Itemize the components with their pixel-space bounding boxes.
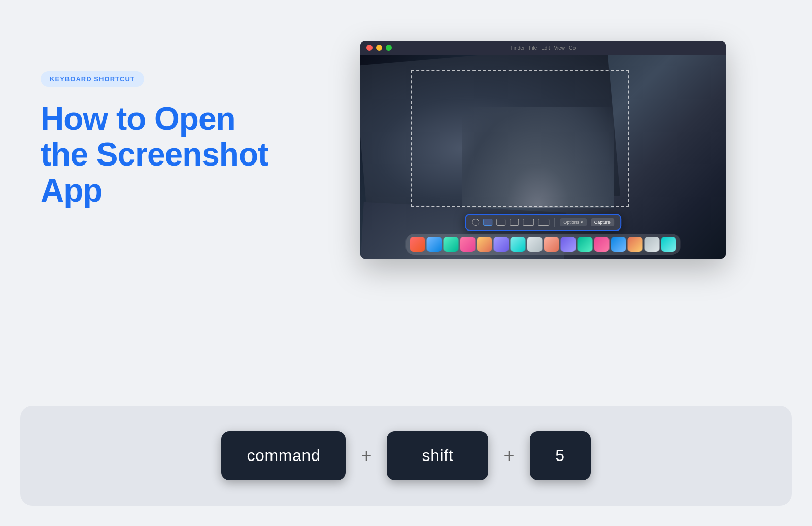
minimize-button-icon <box>376 45 382 51</box>
toolbar-separator <box>554 218 555 227</box>
capture-button[interactable]: Capture <box>591 218 614 226</box>
desktop-area: Options ▾ Capture <box>360 55 726 259</box>
top-section: KEYBOARD SHORTCUT How to Open the Screen… <box>0 0 812 406</box>
dock-icon-12 <box>594 237 610 252</box>
titlebar-menu-item4: View <box>554 45 565 51</box>
maximize-button-icon <box>386 45 392 51</box>
toolbar-icon-circle <box>472 219 479 226</box>
plus-sign-2: + <box>503 445 514 467</box>
dock-icon-3 <box>444 237 459 252</box>
dock-icon-13 <box>611 237 626 252</box>
dock-icon-7 <box>511 237 526 252</box>
title-line2: the Screenshot <box>41 136 268 173</box>
dock-icon-15 <box>645 237 660 252</box>
toolbar-icon-selection <box>510 219 519 226</box>
toolbar-icon-video <box>523 219 534 226</box>
toolbar-icon-fullscreen <box>483 219 492 226</box>
command-key: command <box>221 431 346 480</box>
dock-icon-4 <box>460 237 476 252</box>
shortcut-section: command + shift + 5 <box>20 406 792 506</box>
dock <box>406 234 681 255</box>
dock-icon-8 <box>527 237 543 252</box>
dock-icon-6 <box>494 237 509 252</box>
dock-icon-14 <box>628 237 643 252</box>
titlebar-menu-item3: Edit <box>541 45 550 51</box>
dock-icon-16 <box>661 237 676 252</box>
plus-sign-1: + <box>361 445 371 467</box>
title-line1: How to Open <box>41 101 235 137</box>
titlebar-menu-item: Finder <box>511 45 525 51</box>
shift-key: shift <box>387 431 488 480</box>
dock-icon-1 <box>410 237 425 252</box>
main-title: How to Open the Screenshot App <box>41 101 284 208</box>
close-button-icon <box>366 45 373 51</box>
options-button[interactable]: Options ▾ <box>560 218 587 226</box>
right-panel: Finder File Edit View Go <box>315 41 771 259</box>
left-panel: KEYBOARD SHORTCUT How to Open the Screen… <box>41 41 284 208</box>
dock-icon-10 <box>561 237 576 252</box>
selection-rectangle <box>411 70 629 207</box>
titlebar-menu-item5: Go <box>569 45 576 51</box>
dock-icon-11 <box>578 237 593 252</box>
titlebar-menu-item2: File <box>529 45 537 51</box>
badge-label: KEYBOARD SHORTCUT <box>41 71 144 87</box>
titlebar-center: Finder File Edit View Go <box>511 45 576 51</box>
title-line3: App <box>41 172 102 209</box>
dock-icon-9 <box>544 237 559 252</box>
number-5-key: 5 <box>530 431 591 480</box>
toolbar-icon-video2 <box>538 219 549 226</box>
screenshot-preview: Finder File Edit View Go <box>360 41 726 259</box>
mac-titlebar: Finder File Edit View Go <box>360 41 726 55</box>
screenshot-toolbar: Options ▾ Capture <box>465 214 621 231</box>
toolbar-icon-window <box>496 219 505 226</box>
dock-icon-2 <box>427 237 442 252</box>
dock-icon-5 <box>477 237 492 252</box>
